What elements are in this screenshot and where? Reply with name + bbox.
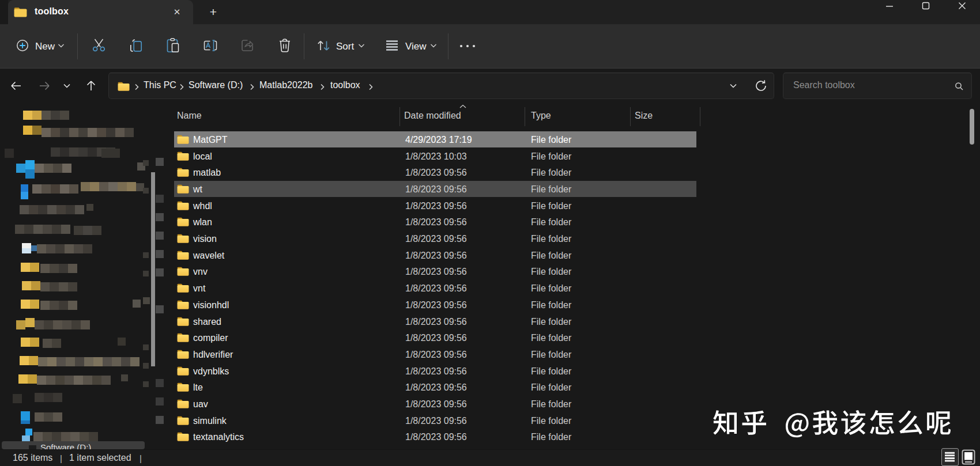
svg-text:Software (D:): Software (D:) (40, 442, 91, 449)
